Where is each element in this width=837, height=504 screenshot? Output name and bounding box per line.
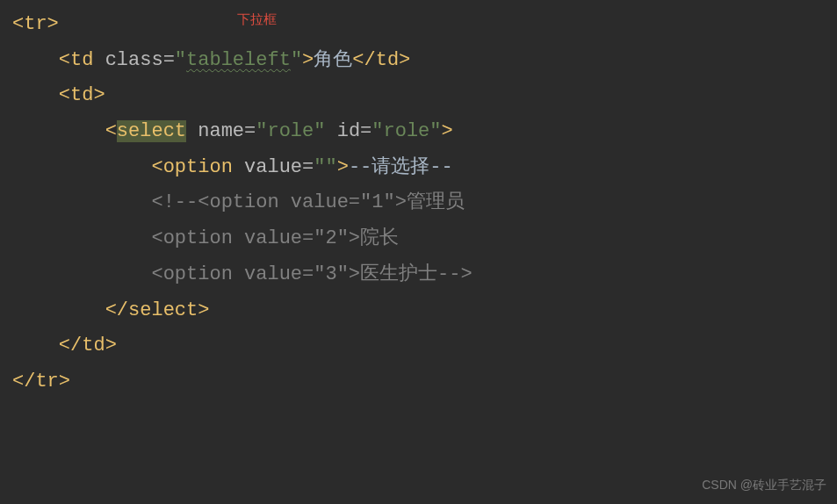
tag-bracket: </ (352, 49, 375, 71)
tag-bracket: </ (12, 371, 35, 392)
indent (12, 49, 59, 71)
code-line[interactable]: <td> (12, 78, 825, 114)
equals: = (163, 49, 175, 71)
tag-bracket: > (93, 84, 105, 106)
code-line[interactable]: <select name="role" id="role"> (12, 114, 825, 150)
comment: <option value="3"> (151, 263, 360, 285)
code-line[interactable]: </tr> (12, 364, 825, 400)
space (186, 120, 198, 142)
quote: " (325, 156, 336, 178)
tag-bracket: > (302, 49, 314, 71)
watermark: CSDN @砖业手艺混子 (702, 474, 826, 497)
space (233, 156, 244, 178)
code-line[interactable]: <option value="3">医生护士--> (12, 257, 825, 293)
tag-name: td (376, 49, 399, 71)
quote: " (314, 156, 325, 178)
tag-bracket: < (105, 120, 117, 142)
tag-name: tr (24, 13, 47, 35)
tag-bracket: > (59, 371, 70, 392)
quote: " (175, 49, 186, 71)
tag-bracket: > (105, 335, 117, 356)
attr-name: name (198, 120, 244, 142)
space (93, 49, 105, 71)
comment-end: --> (437, 263, 473, 285)
tag-bracket: < (59, 84, 70, 106)
attr-name: class (105, 49, 163, 71)
quote: " (291, 49, 302, 71)
comment: <option value="2"> (151, 227, 360, 249)
code-line[interactable]: <!--<option value="1">管理员 (12, 185, 825, 221)
tag-bracket: > (337, 156, 349, 178)
indent (12, 84, 59, 106)
attr-value: role (384, 120, 430, 142)
attr-name: value (244, 156, 302, 178)
equals: = (302, 156, 314, 178)
comment-text: 院长 (360, 227, 399, 249)
tag-name: td (70, 49, 93, 71)
attr-name: id (337, 120, 360, 142)
tag-bracket: < (12, 13, 24, 35)
code-line[interactable]: </td> (12, 328, 825, 364)
code-line[interactable]: <option value="">--请选择-- (12, 150, 825, 186)
quote: " (372, 120, 383, 142)
tag-name: option (163, 156, 233, 178)
tag-bracket: </ (105, 299, 128, 321)
tag-bracket: > (47, 13, 59, 35)
equals: = (360, 120, 372, 142)
quote: " (429, 120, 441, 142)
tag-bracket: > (399, 49, 410, 71)
indent (12, 299, 105, 321)
code-editor[interactable]: 下拉框 <tr> <td class="tableleft">角色</td> <… (0, 0, 837, 407)
tag-name: td (82, 335, 105, 356)
tag-name-highlighted: select (117, 120, 186, 142)
attr-value: tableleft (186, 49, 291, 71)
tag-bracket: </ (59, 335, 82, 356)
space (325, 120, 336, 142)
code-line[interactable]: <option value="2">院长 (12, 221, 825, 257)
indent (12, 120, 105, 142)
comment-text: 医生护士 (360, 263, 437, 285)
comment: <!--<option value="1"> (151, 191, 406, 213)
indent (12, 263, 151, 285)
code-line[interactable]: </select> (12, 293, 825, 329)
text-node: 角色 (314, 49, 352, 71)
tag-bracket: < (151, 156, 162, 178)
indent (12, 156, 151, 178)
tag-name: select (128, 299, 198, 321)
comment-text: 管理员 (407, 191, 465, 213)
indent (12, 191, 151, 213)
indent (12, 227, 151, 249)
quote: " (314, 120, 325, 142)
code-line[interactable]: <tr> (12, 7, 825, 43)
text-node: --请选择-- (349, 156, 453, 178)
indent (12, 335, 59, 356)
attr-value: role (267, 120, 314, 142)
code-line[interactable]: <td class="tableleft">角色</td> (12, 43, 825, 79)
equals: = (244, 120, 256, 142)
tag-name: tr (35, 371, 58, 392)
tag-bracket: < (59, 49, 70, 71)
tag-name: td (70, 84, 93, 106)
tag-bracket: > (442, 120, 453, 142)
tag-bracket: > (198, 299, 209, 321)
quote: " (256, 120, 267, 142)
